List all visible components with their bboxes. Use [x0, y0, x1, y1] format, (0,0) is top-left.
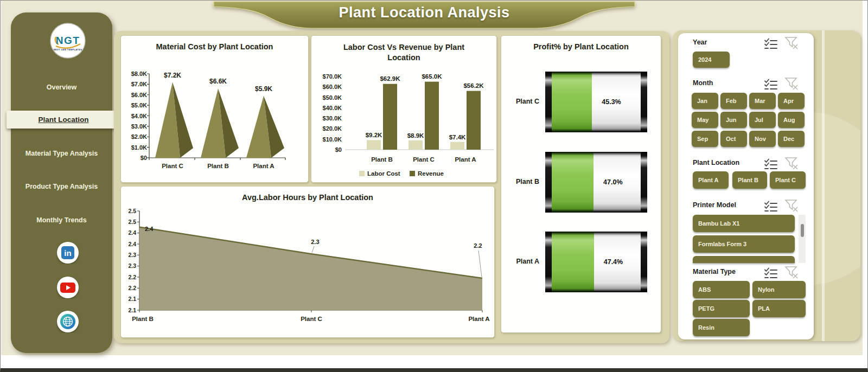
slicer-option-nylon[interactable]: Nylon: [752, 281, 806, 298]
slicer-option-jan[interactable]: Jan: [692, 93, 718, 109]
svg-text:2.4: 2.4: [145, 226, 154, 232]
legend-swatch-revenue: [410, 171, 415, 176]
svg-text:2.3: 2.3: [311, 239, 319, 245]
multi-select-icon[interactable]: [764, 267, 778, 280]
svg-text:$50.0K: $50.0K: [323, 94, 342, 101]
labor-cost-bar-plant-b[interactable]: [367, 140, 381, 150]
gauge-category-label: Plant C: [503, 98, 539, 105]
slicer-option-pla[interactable]: PLA: [752, 300, 806, 317]
slicer-option-plant-b[interactable]: Plant B: [732, 171, 767, 189]
svg-text:2.5: 2.5: [128, 219, 136, 225]
slicer-option-formlabs-form-3[interactable]: Formlabs Form 3: [693, 235, 795, 253]
printer-model-scroll-thumb[interactable]: [801, 224, 804, 237]
slicer-option-petg[interactable]: PETG: [693, 300, 750, 317]
clear-filter-icon[interactable]: [784, 36, 799, 50]
profit-gauge[interactable]: 47.4%: [545, 232, 647, 292]
sidebar-item-overview[interactable]: Overview: [11, 79, 112, 96]
linkedin-link[interactable]: in: [56, 241, 79, 264]
svg-text:$2.0K: $2.0K: [131, 133, 147, 140]
multi-select-icon[interactable]: [764, 37, 778, 50]
slicer-panel: YearMonthPlant LocationPrinter ModelMate…: [678, 33, 814, 339]
svg-text:2.3: 2.3: [128, 262, 136, 269]
sidebar-item-monthly-trends[interactable]: Monthly Trends: [11, 211, 112, 229]
svg-text:$40.0K: $40.0K: [323, 105, 342, 111]
slicer-option-apr[interactable]: Apr: [778, 93, 805, 109]
clear-filter-icon[interactable]: [784, 157, 799, 171]
chart-panel-avg-labor-hours: Avg.Labor Hours by Plant Location 2.12.1…: [120, 186, 495, 338]
svg-text:$6.0K: $6.0K: [131, 92, 147, 98]
revenue-bar-plant-a[interactable]: [467, 91, 481, 150]
svg-text:2.2: 2.2: [128, 274, 136, 280]
chart-panel-labor-vs-revenue: Labor Cost Vs Revenue by Plant Location …: [311, 35, 497, 183]
profit-gauge[interactable]: 47.0%: [545, 152, 647, 213]
slicer-option-aug[interactable]: Aug: [778, 112, 805, 128]
clear-filter-icon[interactable]: [784, 266, 799, 280]
slicer-header-icons: [764, 77, 802, 91]
slicer-option-jun[interactable]: Jun: [720, 112, 747, 128]
slicer-option-oct[interactable]: Oct: [720, 131, 747, 147]
slicer-option-plant-a[interactable]: Plant A: [693, 171, 729, 189]
gauge-left-cap: [545, 72, 552, 132]
chart-title-material-cost: Material Cost by Plant Location: [121, 36, 308, 51]
profit-gauge[interactable]: 45.3%: [545, 72, 647, 132]
sidebar-item-plant-location[interactable]: Plant Location: [7, 111, 120, 129]
youtube-link[interactable]: [56, 276, 79, 299]
gauge-right-cap: [641, 152, 647, 213]
slicer-option-jul[interactable]: Jul: [749, 112, 776, 128]
printer-model-scrollbar[interactable]: [799, 215, 806, 263]
labor-cost-bar-plant-a[interactable]: [450, 142, 464, 150]
svg-text:$20.0K: $20.0K: [323, 125, 342, 132]
svg-text:Plant C: Plant C: [413, 156, 435, 163]
sidebar-item-material-type-analysis[interactable]: Material Type Analysis: [11, 145, 112, 162]
gauge-category-label: Plant B: [503, 178, 539, 185]
svg-text:2.3: 2.3: [128, 252, 136, 258]
filter-pane: YearMonthPlant LocationPrinter ModelMate…: [673, 30, 860, 341]
slicer-option-dec[interactable]: Dec: [778, 131, 805, 147]
revenue-bar-plant-b[interactable]: [383, 84, 397, 150]
slicer-header-icons: [764, 36, 802, 50]
slicer-option-plant-c[interactable]: Plant C: [770, 171, 806, 189]
svg-text:Plant B: Plant B: [207, 163, 229, 169]
sidebar-item-label: Product Type Analysis: [25, 183, 98, 190]
ngt-logo-icon: NGT NEXT GEN TEMPLATES: [49, 22, 86, 59]
clear-filter-icon[interactable]: [784, 199, 799, 213]
svg-text:$4.0K: $4.0K: [131, 113, 147, 119]
svg-text:$56.2K: $56.2K: [463, 82, 484, 89]
multi-select-icon[interactable]: [764, 78, 778, 91]
labor-cost-bar-plant-c[interactable]: [409, 140, 423, 150]
slicer-header-year: Year: [693, 39, 707, 46]
svg-text:Plant A: Plant A: [455, 156, 476, 163]
svg-text:Plant A: Plant A: [253, 163, 274, 169]
slicer-option-bambu-lab-x1[interactable]: Bambu Lab X1: [693, 215, 795, 232]
website-link[interactable]: [56, 310, 79, 333]
slicer-option-feb[interactable]: Feb: [720, 93, 747, 109]
gauge-edge-shading: [545, 152, 647, 213]
svg-text:$70.0K: $70.0K: [323, 73, 342, 80]
svg-text:$1.0K: $1.0K: [131, 144, 147, 151]
slicer-option-partial[interactable]: [693, 256, 795, 263]
slicer-option-2024[interactable]: 2024: [693, 52, 730, 68]
slicer-option-resin[interactable]: Resin: [693, 319, 750, 336]
clear-filter-icon[interactable]: [784, 77, 799, 91]
svg-text:$9.2K: $9.2K: [366, 132, 382, 138]
labor-vs-revenue-bar-chart: $0$10.0K$20.0K$30.0K$40.0K$50.0K$60.0K$7…: [311, 63, 497, 183]
youtube-icon: [56, 276, 79, 299]
slicer-header-icons: [764, 157, 802, 171]
sidebar-item-product-type-analysis[interactable]: Product Type Analysis: [11, 178, 112, 195]
multi-select-icon[interactable]: [764, 200, 778, 213]
sidebar: NGT NEXT GEN TEMPLATES OverviewPlant Loc…: [11, 12, 112, 353]
slicer-option-may[interactable]: May: [692, 112, 718, 128]
revenue-bar-plant-c[interactable]: [425, 82, 439, 150]
svg-text:Plant C: Plant C: [301, 316, 322, 322]
slicer-option-mar[interactable]: Mar: [749, 93, 776, 109]
svg-text:2.1: 2.1: [128, 307, 136, 313]
gauge-edge-shading: [545, 72, 647, 132]
svg-text:Revenue: Revenue: [418, 170, 444, 177]
slicer-option-abs[interactable]: ABS: [693, 281, 750, 298]
material-cost-pyramid-chart: $0$1.0K$2.0K$3.0K$4.0K$5.0K$6.0K$7.0K$8.…: [121, 56, 309, 182]
slicer-option-nov[interactable]: Nov: [749, 131, 776, 147]
gauge-right-cap: [641, 232, 647, 292]
svg-text:$10.0K: $10.0K: [323, 136, 342, 143]
slicer-option-sep[interactable]: Sep: [692, 131, 718, 147]
multi-select-icon[interactable]: [764, 158, 778, 171]
